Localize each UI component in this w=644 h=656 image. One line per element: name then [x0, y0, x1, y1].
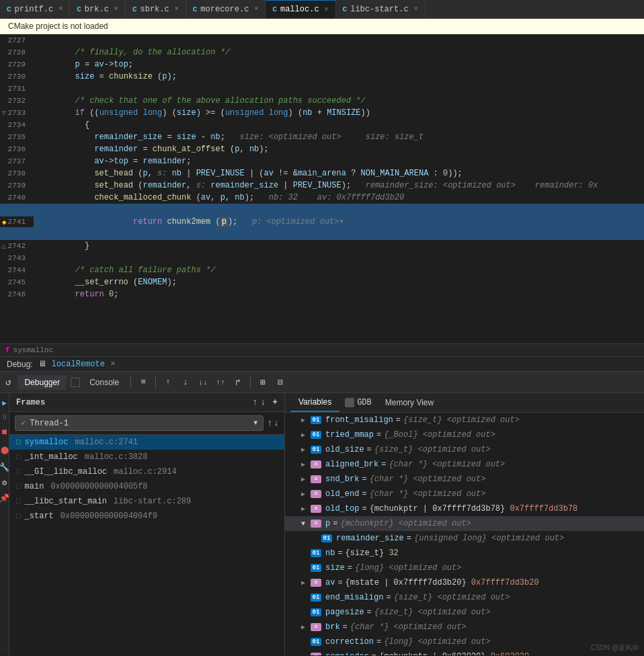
var-equals: =	[333, 519, 337, 528]
frame-add-btn[interactable]: +	[272, 397, 278, 407]
var-equals: =	[376, 637, 381, 647]
list-item[interactable]: □ _int_malloc malloc.c:3828	[9, 450, 284, 464]
fold-arrow-2742[interactable]: △	[0, 242, 6, 250]
var-equals: =	[337, 578, 342, 587]
var-expand-icon[interactable]: ▶	[301, 505, 311, 513]
list-item[interactable]: ▶ 01 tried_mmap = {_Bool} <optimized out…	[285, 427, 644, 442]
var-expand-icon[interactable]	[301, 609, 311, 616]
var-expand-icon[interactable]	[301, 594, 311, 602]
editor-area: 2727 2728 /* finally, do the allocation …	[0, 34, 644, 343]
tab-malloc-label: malloc.c	[280, 5, 319, 14]
debug-tool-step-into[interactable]: ↓	[178, 375, 193, 390]
var-expand-icon[interactable]: ▶	[301, 460, 311, 468]
debug-tool-table[interactable]: ⊟	[273, 375, 288, 390]
tab-brk[interactable]: C brk.c ×	[70, 0, 126, 18]
thread-down-btn[interactable]: ↓	[274, 418, 279, 428]
list-item[interactable]: ▶ ≡ aligned_brk = {char *} <optimized ou…	[285, 457, 644, 472]
tab-libc-start[interactable]: C libc-start.c ×	[336, 0, 426, 18]
var-equals: =	[407, 534, 411, 543]
list-item[interactable]: ▶ ≡ brk = {char *} <optimized out>	[285, 620, 644, 634]
line-content-2746: return 0;	[34, 288, 644, 300]
tab-printf[interactable]: C printf.c ×	[0, 0, 70, 18]
debug-breakpoint-icon[interactable]: ⬤	[1, 446, 9, 454]
debug-wrench-icon[interactable]: 🔧	[0, 462, 9, 473]
debug-sidebar-refresh-icon[interactable]: ↺	[5, 376, 11, 388]
var-expand-icon[interactable]: ▶	[301, 623, 311, 631]
list-item[interactable]: □ __GI__libc_malloc malloc.c:2914	[9, 464, 284, 479]
list-item[interactable]: ▼ ≡ p = {mchunkptr} <optimized out>	[285, 516, 644, 531]
var-expand-icon[interactable]	[301, 550, 311, 557]
debug-play-icon[interactable]: ▶	[2, 399, 7, 407]
line-content-2739: set_head (remainder, s: remainder_size |…	[34, 179, 644, 192]
var-expand-icon[interactable]: ▶	[301, 431, 311, 439]
var-expand-icon[interactable]: ▼	[301, 520, 311, 528]
var-value: {char *} <optimized out>	[350, 622, 467, 632]
tab-malloc[interactable]: C malloc.c ×	[266, 0, 335, 18]
var-expand-icon[interactable]: ▶	[301, 416, 311, 424]
tab-libc-start-close[interactable]: ×	[414, 5, 418, 13]
tab-sbrk-icon: C	[132, 5, 137, 13]
list-item[interactable]: ▶ ≡ snd_brk = {char *} <optimized out>	[285, 472, 644, 487]
debug-tab-debugger[interactable]: Debugger	[17, 375, 67, 390]
fold-arrow-2733[interactable]: ▽	[0, 109, 6, 117]
var-expand-icon[interactable]: ▶	[301, 490, 311, 498]
list-item[interactable]: □ sysmalloc malloc.c:2741	[9, 435, 284, 450]
frame-icon: □	[16, 512, 21, 520]
tab-sbrk-close[interactable]: ×	[175, 5, 179, 13]
var-expand-icon[interactable]: ▶	[301, 446, 311, 454]
list-item[interactable]: ▶ ≡ old_end = {char *} <optimized out>	[285, 487, 644, 501]
debug-tool-grid[interactable]: ⊞	[255, 375, 270, 390]
debug-session-close[interactable]: ×	[110, 359, 116, 369]
list-item[interactable]: ▶ 01 front_misalign = {size_t} <optimize…	[285, 413, 644, 427]
debug-tool-return[interactable]: ↱	[231, 375, 245, 390]
list-item[interactable]: □ __libc_start_main libc-start.c:289	[9, 494, 284, 509]
tab-memory-view[interactable]: Memory View	[377, 394, 442, 411]
list-item[interactable]: 01 end_misalign = {size_t} <optimized ou…	[285, 590, 644, 605]
debug-stop-icon[interactable]: ■	[1, 427, 7, 438]
debug-pin-icon[interactable]: 📌	[0, 493, 9, 503]
tab-brk-close[interactable]: ×	[114, 5, 118, 13]
list-item[interactable]: 01 pagesize = {size_t} <optimized out>	[285, 605, 644, 620]
var-value: {size_t} 32	[346, 548, 399, 558]
debug-tool-continue[interactable]: ↑↑	[213, 375, 228, 390]
var-expand-icon[interactable]	[301, 639, 311, 646]
frame-func-name: main	[25, 482, 44, 491]
tab-morecore-close[interactable]: ×	[254, 5, 258, 13]
tab-variables[interactable]: Variables	[290, 393, 339, 412]
list-item[interactable]: □ _start 0x0000000000004004f9	[9, 509, 284, 524]
debug-tab-console[interactable]: Console	[83, 375, 126, 390]
list-item[interactable]: 01 size = {long} <optimized out>	[285, 561, 644, 575]
var-expand-icon[interactable]	[301, 565, 311, 572]
var-expand-icon[interactable]: ▶	[301, 653, 311, 655]
tab-malloc-close[interactable]: ×	[325, 6, 329, 13]
debug-tool-list[interactable]: ≡	[136, 375, 151, 390]
thread-up-btn[interactable]: ↑	[267, 418, 272, 428]
frame-up-btn[interactable]: ↑	[253, 397, 258, 407]
debug-sidebar-icons: ↺	[5, 376, 11, 388]
debug-tool-step-out[interactable]: ↓↓	[196, 375, 210, 390]
list-item[interactable]: 01 remainder_size = {unsigned long} <opt…	[285, 531, 644, 546]
tab-sbrk[interactable]: C sbrk.c ×	[126, 0, 186, 18]
frame-down-btn[interactable]: ↓	[260, 397, 266, 407]
list-item[interactable]: ▶ ≡ av = {mstate | 0x7ffff7dd3b20} 0x7ff…	[285, 575, 644, 590]
debug-tool-step-over[interactable]: ↑	[161, 375, 175, 390]
tab-morecore-icon: C	[193, 5, 198, 13]
list-item[interactable]: ▶ 01 old_size = {size_t} <optimized out>	[285, 442, 644, 457]
var-expand-icon[interactable]	[312, 535, 321, 542]
list-item[interactable]: 01 nb = {size_t} 32	[285, 546, 644, 561]
table-row: 2744 /* catch all failure paths */	[0, 264, 644, 276]
tab-printf-close[interactable]: ×	[58, 5, 63, 13]
tab-morecore[interactable]: C morecore.c ×	[186, 0, 266, 18]
tab-gdb[interactable]: GDB	[339, 394, 377, 411]
debug-gear-icon[interactable]: ⚙	[2, 478, 7, 488]
list-item[interactable]: ▶ ≡ old_top = {mchunkptr | 0x7ffff7dd3b7…	[285, 501, 644, 516]
var-expand-icon[interactable]: ▶	[301, 475, 311, 483]
frame-icon: □	[16, 468, 21, 476]
line-num-2740: 2740	[0, 194, 34, 202]
list-item[interactable]: □ main 0x0000000000004005f8	[9, 479, 284, 494]
frame-file-ref: 0x0000000000004005f8	[50, 482, 147, 491]
thread-dropdown[interactable]: ✓ Thread-1 ▼	[15, 415, 264, 431]
var-name: old_size	[325, 445, 364, 454]
debug-pause-icon[interactable]: ⏸	[1, 413, 8, 421]
var-expand-icon[interactable]: ▶	[301, 579, 311, 587]
